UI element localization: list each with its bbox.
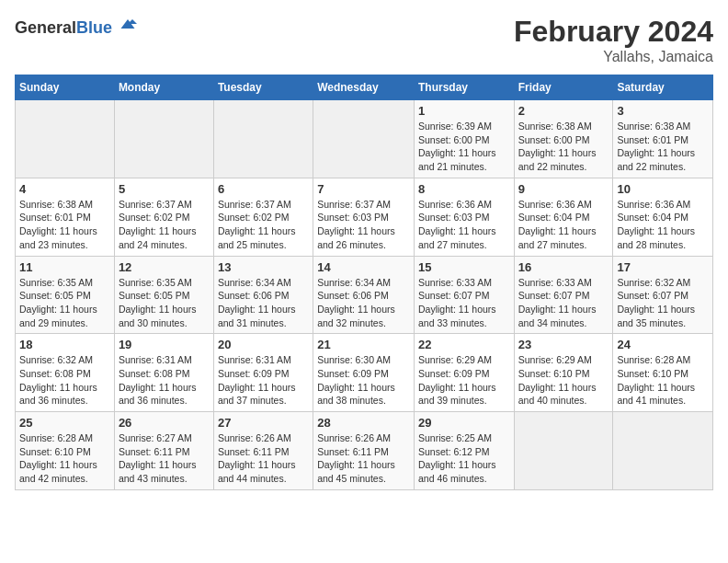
cell-content: Sunrise: 6:36 AM Sunset: 6:04 PM Dayligh… [617, 198, 709, 252]
day-number: 29 [418, 416, 510, 430]
day-number: 18 [19, 338, 110, 351]
cell-content: Sunrise: 6:26 AM Sunset: 6:11 PM Dayligh… [317, 431, 410, 486]
calendar-table: SundayMondayTuesdayWednesdayThursdayFrid… [15, 75, 713, 490]
cell-content: Sunrise: 6:36 AM Sunset: 6:03 PM Dayligh… [418, 198, 510, 252]
cell-content: Sunrise: 6:35 AM Sunset: 6:05 PM Dayligh… [19, 276, 110, 330]
day-number: 19 [119, 338, 210, 351]
calendar-cell: 1Sunrise: 6:39 AM Sunset: 6:00 PM Daylig… [414, 100, 514, 178]
header-cell-thursday: Thursday [414, 75, 514, 100]
page-title: February 2024 [514, 15, 713, 49]
logo-blue: Blue [76, 18, 112, 37]
cell-content: Sunrise: 6:32 AM Sunset: 6:08 PM Dayligh… [19, 353, 110, 408]
cell-content: Sunrise: 6:27 AM Sunset: 6:11 PM Dayligh… [119, 431, 210, 486]
cell-content: Sunrise: 6:33 AM Sunset: 6:07 PM Dayligh… [418, 276, 510, 330]
calendar-cell: 17Sunrise: 6:32 AM Sunset: 6:07 PM Dayli… [613, 256, 713, 334]
calendar-cell: 14Sunrise: 6:34 AM Sunset: 6:06 PM Dayli… [313, 256, 415, 334]
logo-general: General [15, 18, 76, 37]
cell-content: Sunrise: 6:37 AM Sunset: 6:03 PM Dayligh… [317, 198, 410, 252]
cell-content: Sunrise: 6:28 AM Sunset: 6:10 PM Dayligh… [617, 353, 709, 408]
calendar-cell: 26Sunrise: 6:27 AM Sunset: 6:11 PM Dayli… [114, 412, 213, 490]
calendar-cell [213, 100, 313, 178]
cell-content: Sunrise: 6:37 AM Sunset: 6:02 PM Dayligh… [218, 198, 309, 252]
calendar-cell [514, 412, 613, 490]
day-number: 4 [19, 182, 110, 196]
calendar-cell: 5Sunrise: 6:37 AM Sunset: 6:02 PM Daylig… [114, 178, 213, 256]
day-number: 26 [119, 416, 210, 430]
day-number: 1 [418, 104, 510, 118]
day-number: 9 [518, 182, 609, 196]
page-header: GeneralBlue February 2024 Yallahs, Jamai… [15, 15, 713, 65]
day-number: 14 [317, 260, 410, 274]
cell-content: Sunrise: 6:38 AM Sunset: 6:01 PM Dayligh… [19, 198, 110, 252]
day-number: 10 [617, 182, 709, 196]
page-subtitle: Yallahs, Jamaica [514, 49, 713, 65]
cell-content: Sunrise: 6:30 AM Sunset: 6:09 PM Dayligh… [317, 353, 410, 408]
calendar-cell [16, 100, 115, 178]
calendar-cell: 19Sunrise: 6:31 AM Sunset: 6:08 PM Dayli… [114, 334, 213, 412]
calendar-cell: 2Sunrise: 6:38 AM Sunset: 6:00 PM Daylig… [514, 100, 613, 178]
cell-content: Sunrise: 6:26 AM Sunset: 6:11 PM Dayligh… [218, 431, 309, 486]
calendar-cell: 27Sunrise: 6:26 AM Sunset: 6:11 PM Dayli… [213, 412, 313, 490]
calendar-cell: 24Sunrise: 6:28 AM Sunset: 6:10 PM Dayli… [613, 334, 713, 412]
calendar-body: 1Sunrise: 6:39 AM Sunset: 6:00 PM Daylig… [16, 100, 713, 490]
cell-content: Sunrise: 6:38 AM Sunset: 6:01 PM Dayligh… [617, 120, 709, 174]
calendar-cell: 16Sunrise: 6:33 AM Sunset: 6:07 PM Dayli… [514, 256, 613, 334]
calendar-cell: 11Sunrise: 6:35 AM Sunset: 6:05 PM Dayli… [16, 256, 115, 334]
day-number: 6 [218, 182, 309, 196]
calendar-cell: 9Sunrise: 6:36 AM Sunset: 6:04 PM Daylig… [514, 178, 613, 256]
cell-content: Sunrise: 6:33 AM Sunset: 6:07 PM Dayligh… [518, 276, 609, 330]
calendar-cell: 25Sunrise: 6:28 AM Sunset: 6:10 PM Dayli… [16, 412, 115, 490]
calendar-cell: 7Sunrise: 6:37 AM Sunset: 6:03 PM Daylig… [313, 178, 415, 256]
calendar-cell: 22Sunrise: 6:29 AM Sunset: 6:09 PM Dayli… [414, 334, 514, 412]
calendar-cell: 15Sunrise: 6:33 AM Sunset: 6:07 PM Dayli… [414, 256, 514, 334]
calendar-cell: 3Sunrise: 6:38 AM Sunset: 6:01 PM Daylig… [613, 100, 713, 178]
day-number: 5 [119, 182, 210, 196]
cell-content: Sunrise: 6:37 AM Sunset: 6:02 PM Dayligh… [119, 198, 210, 252]
calendar-cell: 18Sunrise: 6:32 AM Sunset: 6:08 PM Dayli… [16, 334, 115, 412]
day-number: 15 [418, 260, 510, 274]
logo-icon [119, 15, 137, 33]
calendar-cell [613, 412, 713, 490]
cell-content: Sunrise: 6:32 AM Sunset: 6:07 PM Dayligh… [617, 276, 709, 330]
week-row-0: 1Sunrise: 6:39 AM Sunset: 6:00 PM Daylig… [16, 100, 713, 178]
calendar-cell [313, 100, 415, 178]
header-cell-wednesday: Wednesday [313, 75, 415, 100]
calendar-cell: 23Sunrise: 6:29 AM Sunset: 6:10 PM Dayli… [514, 334, 613, 412]
day-number: 3 [617, 104, 709, 118]
cell-content: Sunrise: 6:34 AM Sunset: 6:06 PM Dayligh… [317, 276, 410, 330]
cell-content: Sunrise: 6:35 AM Sunset: 6:05 PM Dayligh… [119, 276, 210, 330]
day-number: 22 [418, 338, 510, 351]
day-number: 28 [317, 416, 410, 430]
header-cell-sunday: Sunday [16, 75, 115, 100]
calendar-cell: 29Sunrise: 6:25 AM Sunset: 6:12 PM Dayli… [414, 412, 514, 490]
week-row-4: 25Sunrise: 6:28 AM Sunset: 6:10 PM Dayli… [16, 412, 713, 490]
header-cell-friday: Friday [514, 75, 613, 100]
logo: GeneralBlue [15, 15, 137, 38]
cell-content: Sunrise: 6:34 AM Sunset: 6:06 PM Dayligh… [218, 276, 309, 330]
day-number: 16 [518, 260, 609, 274]
day-number: 17 [617, 260, 709, 274]
calendar-cell: 13Sunrise: 6:34 AM Sunset: 6:06 PM Dayli… [213, 256, 313, 334]
cell-content: Sunrise: 6:31 AM Sunset: 6:08 PM Dayligh… [119, 353, 210, 408]
header-cell-saturday: Saturday [613, 75, 713, 100]
header-row: SundayMondayTuesdayWednesdayThursdayFrid… [16, 75, 713, 100]
day-number: 20 [218, 338, 309, 351]
header-cell-monday: Monday [114, 75, 213, 100]
day-number: 23 [518, 338, 609, 351]
calendar-cell: 20Sunrise: 6:31 AM Sunset: 6:09 PM Dayli… [213, 334, 313, 412]
cell-content: Sunrise: 6:25 AM Sunset: 6:12 PM Dayligh… [418, 431, 510, 486]
day-number: 11 [19, 260, 110, 274]
week-row-2: 11Sunrise: 6:35 AM Sunset: 6:05 PM Dayli… [16, 256, 713, 334]
day-number: 25 [19, 416, 110, 430]
calendar-cell: 12Sunrise: 6:35 AM Sunset: 6:05 PM Dayli… [114, 256, 213, 334]
cell-content: Sunrise: 6:39 AM Sunset: 6:00 PM Dayligh… [418, 120, 510, 174]
cell-content: Sunrise: 6:38 AM Sunset: 6:00 PM Dayligh… [518, 120, 609, 174]
cell-content: Sunrise: 6:31 AM Sunset: 6:09 PM Dayligh… [218, 353, 309, 408]
cell-content: Sunrise: 6:29 AM Sunset: 6:09 PM Dayligh… [418, 353, 510, 408]
cell-content: Sunrise: 6:28 AM Sunset: 6:10 PM Dayligh… [19, 431, 110, 486]
day-number: 8 [418, 182, 510, 196]
calendar-cell: 4Sunrise: 6:38 AM Sunset: 6:01 PM Daylig… [16, 178, 115, 256]
day-number: 7 [317, 182, 410, 196]
calendar-cell: 21Sunrise: 6:30 AM Sunset: 6:09 PM Dayli… [313, 334, 415, 412]
day-number: 12 [119, 260, 210, 274]
